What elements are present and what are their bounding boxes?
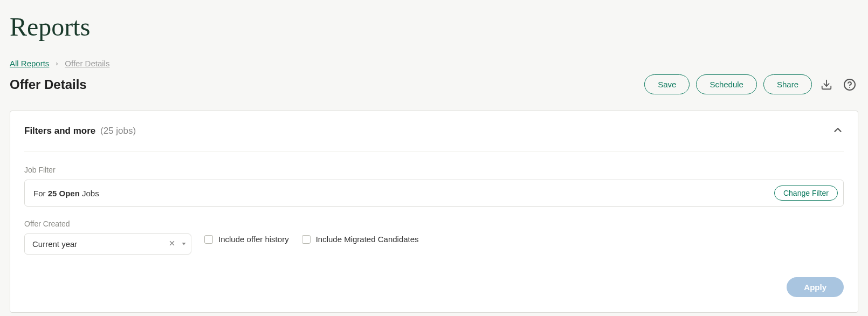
breadcrumb-current: Offer Details — [65, 59, 109, 68]
include-migrated-candidates-checkbox[interactable]: Include Migrated Candidates — [302, 235, 419, 244]
chevron-up-icon[interactable] — [832, 124, 844, 138]
schedule-button[interactable]: Schedule — [696, 74, 757, 94]
breadcrumb-root[interactable]: All Reports — [10, 59, 49, 68]
filters-panel-header[interactable]: Filters and more (25 jobs) — [24, 124, 844, 152]
save-button[interactable]: Save — [644, 74, 690, 94]
caret-down-icon[interactable] — [181, 239, 187, 249]
offer-created-label: Offer Created — [24, 219, 191, 228]
job-filter-text: For 25 Open Jobs — [33, 189, 99, 198]
checkbox-icon — [302, 235, 311, 244]
job-filter-label: Job Filter — [24, 166, 844, 174]
share-button[interactable]: Share — [763, 74, 812, 94]
breadcrumb: All Reports Offer Details — [10, 59, 858, 68]
apply-button[interactable]: Apply — [787, 277, 844, 297]
offer-created-select[interactable] — [24, 233, 191, 255]
report-title: Offer Details — [10, 77, 87, 92]
change-filter-button[interactable]: Change Filter — [774, 186, 838, 201]
filters-panel: Filters and more (25 jobs) Job Filter Fo… — [10, 111, 858, 313]
include-offer-history-checkbox[interactable]: Include offer history — [204, 235, 289, 244]
page-title: Reports — [10, 12, 858, 42]
offer-created-value[interactable] — [24, 233, 191, 255]
download-icon[interactable] — [818, 77, 835, 93]
checkbox-icon — [204, 235, 213, 244]
clear-icon[interactable] — [168, 239, 176, 249]
help-icon[interactable] — [841, 76, 858, 93]
filters-job-count: (25 jobs) — [100, 126, 136, 136]
svg-marker-5 — [182, 243, 186, 245]
action-bar: Save Schedule Share — [644, 74, 858, 94]
job-filter-row: For 25 Open Jobs Change Filter — [24, 180, 844, 207]
chevron-right-icon — [54, 59, 59, 68]
filters-header-title: Filters and more (25 jobs) — [24, 126, 136, 136]
